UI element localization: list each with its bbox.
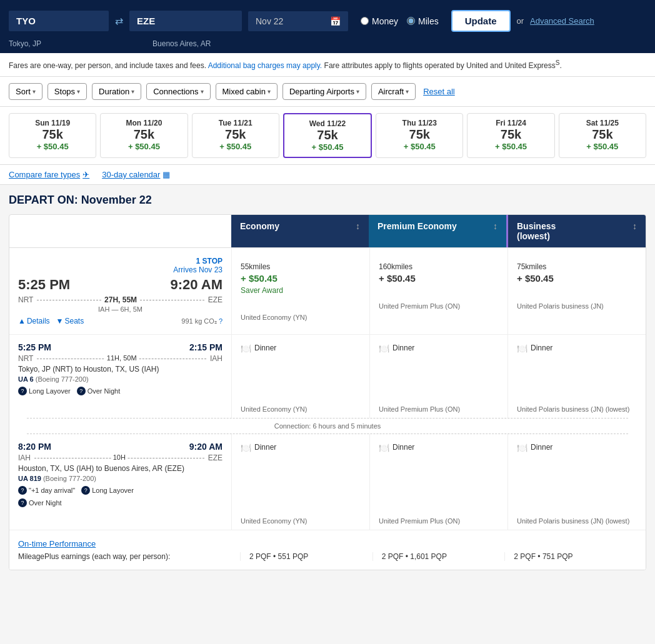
economy-sort-icon[interactable]: ↕ <box>356 221 360 231</box>
duration-filter[interactable]: Duration ▾ <box>92 83 141 100</box>
money-radio[interactable] <box>361 17 369 25</box>
economy-fare-cell[interactable]: 55kmiles + $50.45 Saver Award United Eco… <box>231 248 369 334</box>
calendar-30-label: 30-day calendar <box>102 170 160 179</box>
superscript: S <box>556 59 560 66</box>
destination-input[interactable] <box>129 11 242 31</box>
meal-icon-6: 🍽️ <box>517 443 528 453</box>
seg-2-business-fare-type: United Polaris business (JN) (lowest) <box>508 515 646 530</box>
seg-2-business-meal-label: Dinner <box>531 443 552 452</box>
premium-miles-label: miles <box>395 262 412 271</box>
connection-divider: Connection: 6 hours and 5 minutes <box>27 418 628 434</box>
duration-arrow-icon: ▾ <box>131 88 134 95</box>
fare-column-headers: Economy ↕ Premium Economy ↕ Business (lo… <box>9 215 646 247</box>
mixed-cabin-label: Mixed cabin <box>222 87 266 96</box>
date-card-0[interactable]: Sun 11/19 75k + $50.45 <box>9 113 96 158</box>
date-card-5-miles: 75k <box>472 127 549 142</box>
date-card-1-miles: 75k <box>106 127 182 142</box>
bag-charges-link[interactable]: Additional bag charges may apply. <box>208 61 322 70</box>
date-card-4[interactable]: Thu 11/23 75k + $50.45 <box>376 113 463 158</box>
departing-airports-filter[interactable]: Departing Airports ▾ <box>282 83 366 100</box>
premium-cash: + $50.45 <box>379 273 499 284</box>
economy-miles-label: miles <box>252 262 270 271</box>
depart-time: 5:25 PM <box>18 277 70 293</box>
seg-2-premium-fare-type: United Premium Plus (ON) <box>369 515 508 530</box>
segment-1-info: 5:25 PM 2:15 PM NRT 11H, 50M IAH Tokyo, … <box>9 335 231 403</box>
business-sort-icon[interactable]: ↕ <box>632 221 637 231</box>
fare-type-spacer-2 <box>9 515 231 530</box>
seg-2-duration: 10H <box>111 453 128 461</box>
date-card-3[interactable]: Wed 11/22 75k + $50.45 <box>283 113 372 158</box>
seg-1-business-meal: 🍽️ Dinner <box>508 335 646 403</box>
date-card-2[interactable]: Tue 11/21 75k + $50.45 <box>192 113 279 158</box>
premium-fare-cell[interactable]: 160kmiles + $50.45 United Premium Plus (… <box>369 248 508 334</box>
times-row: 5:25 PM 9:20 AM <box>18 277 222 293</box>
date-card-5-label: Fri 11/24 <box>472 119 549 127</box>
date-value: Nov 22 <box>256 16 283 26</box>
stops-filter[interactable]: Stops ▾ <box>48 83 87 100</box>
calendar-30-day-link[interactable]: 30-day calendar ▦ <box>102 170 170 179</box>
calendar-icon: 📅 <box>330 16 341 26</box>
mixed-cabin-filter[interactable]: Mixed cabin ▾ <box>216 83 278 100</box>
miles-radio[interactable] <box>407 17 415 25</box>
date-card-0-label: Sun 11/19 <box>14 119 91 127</box>
chevron-down-icon: ▼ <box>56 317 64 325</box>
economy-saver-badge: Saver Award <box>241 286 361 295</box>
date-card-6[interactable]: Sat 11/25 75k + $50.45 <box>559 113 646 158</box>
miles-radio-label[interactable]: Miles <box>407 16 439 26</box>
seats-link[interactable]: ▼ Seats <box>56 317 84 325</box>
aircraft-arrow-icon: ▾ <box>406 88 409 95</box>
overnight-help-icon[interactable]: ? <box>77 387 86 395</box>
date-card-5[interactable]: Fri 11/24 75k + $50.45 <box>467 113 554 158</box>
date-card-1-cash: + $50.45 <box>106 142 182 151</box>
seg-2-flight-num[interactable]: UA 819 <box>18 475 41 482</box>
seg-1-business-meal-label: Dinner <box>531 344 552 352</box>
origin-city-label: Tokyo, JP <box>9 39 41 48</box>
seg-2-economy-meal-label: Dinner <box>254 443 276 452</box>
plus1day-help-icon[interactable]: ? <box>18 486 27 495</box>
connections-filter[interactable]: Connections ▾ <box>146 83 210 100</box>
date-input[interactable]: Nov 22 📅 <box>248 11 348 31</box>
date-cards-row: Sun 11/19 75k + $50.45 Mon 11/20 75k + $… <box>0 107 655 165</box>
seg-1-desc: Tokyo, JP (NRT) to Houston, TX, US (IAH) <box>18 365 222 374</box>
business-class-label: United Polaris business (JN) <box>517 302 637 310</box>
origin-input[interactable] <box>9 11 109 31</box>
money-radio-label[interactable]: Money <box>361 16 398 26</box>
date-card-1[interactable]: Mon 11/20 75k + $50.45 <box>100 113 188 158</box>
seg-1-depart: 5:25 PM <box>18 342 51 352</box>
seg2-overnight-help-icon[interactable]: ? <box>18 498 27 507</box>
seg-1-arrive: 2:15 PM <box>189 342 222 352</box>
date-card-3-cash: + $50.45 <box>289 142 366 152</box>
ontime-performance-link[interactable]: On-time Performance <box>18 539 96 548</box>
compare-fare-types-link[interactable]: Compare fare types ✈ <box>9 170 89 179</box>
reset-all-link[interactable]: Reset all <box>423 87 455 96</box>
seg-2-desc: Houston, TX, US (IAH) to Buenos Aires, A… <box>18 464 222 473</box>
long-layover-help-icon[interactable]: ? <box>18 387 27 395</box>
overnight-badge: ? Over Night <box>77 387 121 395</box>
segment-row-1: 5:25 PM 2:15 PM NRT 11H, 50M IAH Tokyo, … <box>9 335 646 403</box>
seg2-long-layover-help-icon[interactable]: ? <box>81 486 90 495</box>
business-fare-cell[interactable]: 75kmiles + $50.45 United Polaris busines… <box>508 248 646 334</box>
ontime-row: On-time Performance <box>18 539 637 548</box>
seg-2-overnight-row: ? Over Night <box>18 498 222 507</box>
info-text-before: Fares are one-way, per person, and inclu… <box>9 61 206 70</box>
premium-earnings: 2 PQF • 1,601 PQP <box>372 552 505 561</box>
swap-icon[interactable]: ⇄ <box>115 15 123 27</box>
filters-bar: Sort ▾ Stops ▾ Duration ▾ Connections ▾ … <box>0 77 655 107</box>
aircraft-filter[interactable]: Aircraft ▾ <box>371 83 416 100</box>
co2-help-icon[interactable]: ? <box>219 317 222 325</box>
details-link[interactable]: ▲ Details <box>18 317 50 325</box>
compare-bar: Compare fare types ✈ 30-day calendar ▦ <box>0 165 655 185</box>
sort-filter[interactable]: Sort ▾ <box>9 83 42 100</box>
seg-2-times: 8:20 PM 9:20 AM <box>18 442 222 452</box>
seg-1-flight-num[interactable]: UA 6 <box>18 375 34 383</box>
premium-sort-icon[interactable]: ↕ <box>493 221 498 231</box>
date-card-5-cash: + $50.45 <box>472 142 549 151</box>
seg-1-economy-meal-label: Dinner <box>254 344 276 352</box>
advanced-search-link[interactable]: Advanced Search <box>530 16 594 26</box>
update-button[interactable]: Update <box>451 10 511 32</box>
co2-text: 991 kg CO₂ ? <box>181 317 222 325</box>
seg-2-depart: 8:20 PM <box>18 442 51 452</box>
seg-1-route-line: 11H, 50M <box>37 359 206 359</box>
plus1day-badge: ? "+1 day arrival" <box>18 486 75 495</box>
main-content: DEPART ON: November 22 Economy ↕ Premium… <box>0 185 655 579</box>
